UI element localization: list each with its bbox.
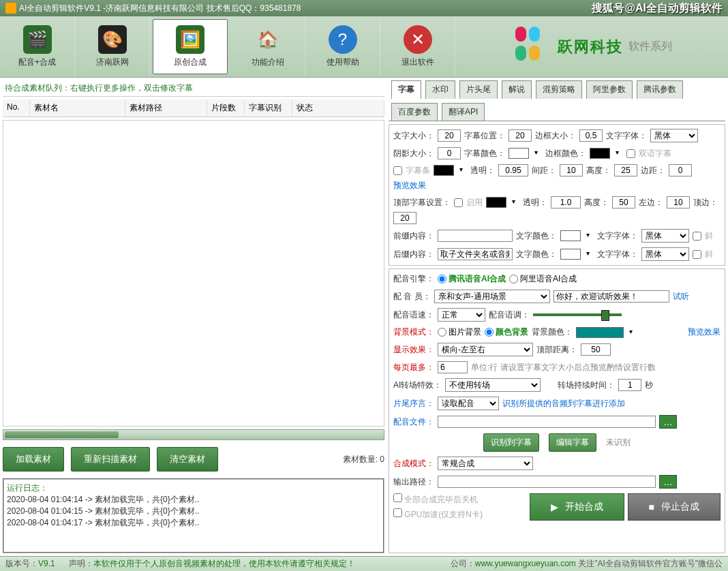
tail-preface-select[interactable]: 读取配音: [438, 397, 499, 410]
voice-panel: 配音引擎： 腾讯语音AI合成 阿里语音AI合成 配 音 员： 亲和女声-通用场景…: [389, 268, 725, 553]
engine-tencent-radio[interactable]: [438, 275, 446, 283]
tab-narration[interactable]: 解说: [502, 80, 532, 99]
voice-file-input[interactable]: [438, 416, 656, 428]
grid-header: No. 素材名 素材路径 片段数 字幕识别 状态: [3, 99, 384, 117]
tool-exit[interactable]: ✕ 退出软件: [380, 16, 455, 77]
subtitle-color-picker[interactable]: [509, 148, 529, 159]
bg-preview-link[interactable]: 预览效果: [688, 326, 721, 338]
voice-member-select[interactable]: 亲和女声-通用场景: [434, 290, 550, 303]
app-icon: [5, 3, 16, 14]
palette-icon: 🎨: [98, 25, 127, 54]
tool-voice-compose[interactable]: 🎬 配音+合成: [0, 16, 75, 77]
tool-original-compose[interactable]: 🖼️ 原创合成: [153, 19, 228, 74]
bar-margin-input[interactable]: [669, 164, 692, 176]
home-icon: 🏠: [254, 25, 282, 54]
suffix-font-select[interactable]: 黑体: [641, 247, 689, 261]
film-icon: 🎬: [23, 25, 52, 54]
top-top-input[interactable]: [393, 212, 416, 224]
border-size-input[interactable]: [579, 129, 603, 142]
suffix-italic-checkbox[interactable]: [693, 250, 701, 259]
top-trans-input[interactable]: [551, 196, 581, 209]
stop-compose-button[interactable]: ■停止合成: [628, 493, 721, 521]
transition-duration-input[interactable]: [618, 379, 641, 391]
voice-sample-input[interactable]: [553, 290, 669, 303]
engine-ali-radio[interactable]: [509, 275, 518, 283]
start-compose-button[interactable]: ▶开始合成: [530, 493, 624, 521]
prefix-input[interactable]: [438, 230, 513, 242]
bar-color-picker[interactable]: [434, 165, 454, 176]
brand-tag: 搜狐号@AI全自动剪辑软件: [592, 1, 723, 16]
tab-watermark[interactable]: 水印: [425, 80, 455, 99]
tab-ali[interactable]: 阿里参数: [586, 80, 633, 99]
titlebar: AI全自动剪辑软件V9.1 -济南跃网信息科技有限公司 技术售后QQ：93548…: [0, 0, 728, 16]
tab-headtail[interactable]: 片头尾: [459, 80, 498, 99]
top-height-input[interactable]: [612, 196, 635, 209]
prefix-font-select[interactable]: 黑体: [641, 229, 689, 243]
border-color-picker[interactable]: [590, 148, 610, 159]
compose-mode-select[interactable]: 常规合成: [438, 457, 533, 470]
try-listen-link[interactable]: 试听: [673, 291, 689, 303]
browse-output-button[interactable]: …: [659, 475, 677, 489]
top-color-picker[interactable]: [486, 197, 506, 208]
bar-trans-input[interactable]: [498, 164, 528, 176]
app-window: AI全自动剪辑软件V9.1 -济南跃网信息科技有限公司 技术售后QQ：93548…: [0, 0, 728, 571]
shadow-input[interactable]: [438, 147, 461, 159]
subtitle-panel: 文字大小： 字幕位置： 边框大小： 文字字体： 黑体 阴影大小： 字幕颜色： 边…: [389, 124, 725, 266]
settings-tabs: 字幕 水印 片头尾 解说 混剪策略 阿里参数 腾讯参数 百度参数 翻译API: [389, 80, 725, 121]
tool-yuewang[interactable]: 🎨 济南跃网: [75, 16, 150, 77]
picture-icon: 🖼️: [176, 25, 204, 54]
display-effect-select[interactable]: 横向-左至右: [438, 343, 533, 356]
suffix-color-picker[interactable]: [560, 249, 581, 260]
play-icon: ▶: [551, 501, 558, 512]
statusbar: 版本号：V9.1 声明：本软件仅用于个人原创音视频素材的处理，使用本软件请遵守相…: [0, 556, 728, 571]
shutdown-checkbox[interactable]: [393, 493, 402, 502]
top-enable-checkbox[interactable]: [454, 198, 463, 207]
h-scrollbar[interactable]: [3, 429, 384, 440]
tab-subtitle[interactable]: 字幕: [391, 80, 421, 99]
prefix-color-picker[interactable]: [560, 230, 581, 241]
recognize-subtitle-button[interactable]: 识别到字幕: [483, 433, 539, 452]
font-select[interactable]: 黑体: [650, 129, 698, 142]
output-path-input[interactable]: [438, 476, 656, 488]
rescan-material-button[interactable]: 重新扫描素材: [71, 447, 150, 472]
bg-color-picker[interactable]: [576, 327, 624, 338]
queue-hint: 待合成素材队列：右键执行更多操作，双击修改字幕: [3, 80, 384, 97]
bar-height-input[interactable]: [614, 164, 637, 176]
material-count: 素材数量: 0: [343, 454, 384, 465]
voice-tone-slider[interactable]: [533, 313, 622, 316]
clear-material-button[interactable]: 清空素材: [157, 447, 218, 472]
tool-help[interactable]: ? 使用帮助: [305, 16, 380, 77]
close-icon: ✕: [404, 25, 432, 54]
preview-link[interactable]: 预览效果: [393, 180, 426, 191]
main-toolbar: 🎬 配音+合成 🎨 济南跃网 🖼️ 原创合成 🏠 功能介绍 ? 使用帮助 ✕ 退…: [0, 16, 728, 78]
suffix-input[interactable]: [438, 248, 513, 260]
font-size-input[interactable]: [438, 129, 461, 142]
bg-color-radio[interactable]: [485, 328, 494, 337]
brand-area: 跃网科技 软件系列: [455, 16, 728, 77]
tab-tencent[interactable]: 腾讯参数: [637, 80, 683, 99]
tab-translate[interactable]: 翻译API: [442, 103, 485, 121]
bar-gap-input[interactable]: [560, 164, 583, 176]
per-page-input[interactable]: [438, 361, 468, 373]
tab-mixcut[interactable]: 混剪策略: [536, 80, 582, 99]
tab-baidu[interactable]: 百度参数: [391, 103, 438, 121]
window-title: AI全自动剪辑软件V9.1 -济南跃网信息科技有限公司 技术售后QQ：93548…: [19, 3, 301, 14]
bilingual-checkbox[interactable]: [626, 149, 635, 158]
tool-features[interactable]: 🏠 功能介绍: [230, 16, 305, 77]
voice-speed-select[interactable]: 正常: [438, 308, 485, 322]
browse-voice-file-button[interactable]: …: [659, 415, 677, 429]
gpu-checkbox[interactable]: [393, 508, 402, 517]
bg-image-radio[interactable]: [438, 328, 446, 337]
stop-icon: ■: [649, 501, 654, 512]
top-left-input[interactable]: [667, 196, 690, 209]
subtitle-bar-checkbox[interactable]: [393, 166, 402, 175]
prefix-italic-checkbox[interactable]: [693, 232, 701, 241]
top-distance-input[interactable]: [581, 343, 611, 356]
help-icon: ?: [329, 25, 357, 54]
load-material-button[interactable]: 加载素材: [3, 447, 64, 472]
subtitle-pos-input[interactable]: [509, 129, 532, 142]
ai-transition-select[interactable]: 不使用转场: [445, 378, 541, 392]
edit-subtitle-button[interactable]: 编辑字幕: [549, 433, 596, 452]
material-grid[interactable]: [3, 120, 384, 427]
brand-logo-icon: [511, 27, 552, 67]
